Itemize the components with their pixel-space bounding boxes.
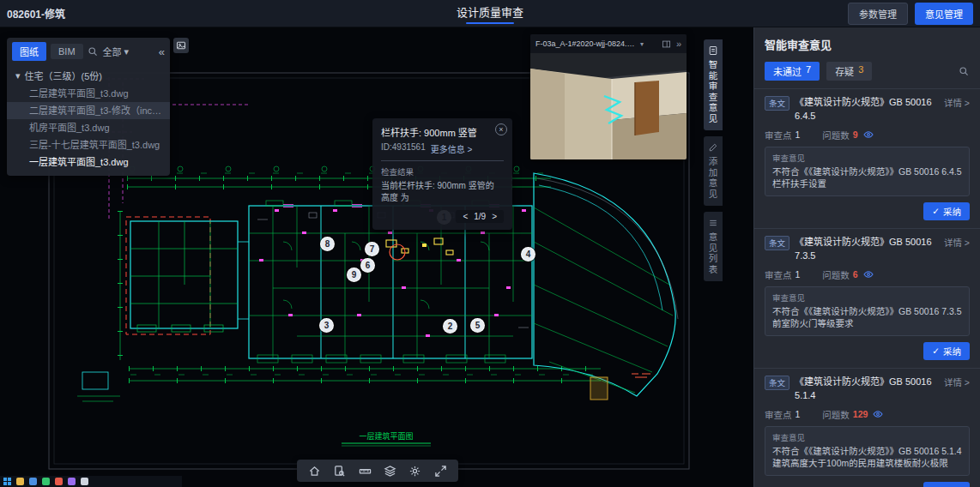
taskbar-app-icon[interactable] <box>16 478 24 485</box>
tooltip-element-id: ID:4931561 <box>381 142 426 155</box>
issue-count-label: 问题数 <box>822 129 850 141</box>
tab-add-opinion[interactable]: 添加意见 <box>704 136 723 206</box>
close-icon[interactable]: × <box>495 123 507 135</box>
tree-expand-icon: ▾ <box>15 70 21 81</box>
file-item[interactable]: 二层建筑平面图_t3.dwg <box>7 85 170 102</box>
accept-button[interactable]: ✓ 采纳 <box>923 202 970 220</box>
project-title: 082601-修筑 <box>7 6 65 21</box>
bim-viewer-header: F-03a_A-1#2020-wjj-0824.gfc ▾ » <box>530 34 687 53</box>
bim-3d-viewer: F-03a_A-1#2020-wjj-0824.gfc ▾ » <box>530 34 687 159</box>
page-title: 设计质量审查 <box>457 3 523 20</box>
review-item: 条文 《建筑设计防火规范》GB 50016 5.1.4 详情 > 审查点 1 问… <box>754 368 980 487</box>
chevron-down-icon[interactable]: ▾ <box>640 40 644 48</box>
taskbar-app-icon[interactable] <box>68 478 76 485</box>
tab-design-quality-review[interactable]: 设计质量审查 <box>457 0 523 27</box>
file-group-header[interactable]: ▾ 住宅（三级）(5份) <box>7 65 170 85</box>
check-icon: ✓ <box>932 346 940 356</box>
filter-count: 3 <box>858 64 863 78</box>
issue-marker[interactable]: 2 <box>443 319 457 334</box>
clause-tag: 条文 <box>765 376 789 390</box>
more-info-link[interactable]: 更多信息 > <box>431 142 473 155</box>
windows-start-button[interactable] <box>3 478 11 485</box>
tab-drawings[interactable]: 图纸 <box>12 42 46 61</box>
document-check-icon <box>708 45 718 56</box>
bim-model-selector[interactable]: F-03a_A-1#2020-wjj-0824.gfc <box>535 39 637 48</box>
list-icon <box>708 218 718 228</box>
opinion-management-button[interactable]: 意见管理 <box>915 3 973 25</box>
search-icon <box>88 46 99 57</box>
issue-marker[interactable]: 7 <box>365 242 379 256</box>
inspection-tooltip: × 栏杆扶手: 900mm 竖管 ID:4931561 更多信息 > 检查结果 … <box>372 118 512 230</box>
pager-next-button[interactable]: > <box>492 212 497 221</box>
top-bar: 082601-修筑 设计质量审查 参数管理 意见管理 <box>0 0 980 27</box>
detail-link[interactable]: 详情 > <box>944 236 970 249</box>
tab-bim[interactable]: BIM <box>51 44 83 59</box>
review-panel-title: 智能审查意见 <box>754 27 980 57</box>
issue-marker[interactable]: 4 <box>521 247 535 262</box>
file-item[interactable]: 三层-十七层建筑平面图_t3.dwg <box>7 136 170 153</box>
filter-doubtful[interactable]: 存疑 3 <box>826 62 872 81</box>
home-view-button[interactable] <box>308 464 322 478</box>
accept-button[interactable]: ✓ 采纳 <box>923 342 970 360</box>
review-filters: 未通过 7 存疑 3 <box>754 57 980 88</box>
accept-label: 采纳 <box>943 484 961 487</box>
file-search-button[interactable] <box>88 46 99 57</box>
review-search-button[interactable] <box>959 66 970 77</box>
tab-opinion-list[interactable]: 意见列表 <box>704 212 723 281</box>
tab-smart-review-opinions[interactable]: 智能审查意见 <box>704 39 723 130</box>
detail-link[interactable]: 详情 > <box>944 96 970 109</box>
issue-count-label: 问题数 <box>822 408 850 421</box>
review-point-value: 1 <box>795 129 801 140</box>
drawing-search-button[interactable] <box>333 464 347 478</box>
opinion-text: 不符合《《建筑设计防火规范》》GB 50016 7.3.5前室防火门等级要求 <box>772 305 962 330</box>
regulation-title: 《建筑设计防火规范》GB 50016 5.1.4 <box>795 376 937 403</box>
regulation-title: 《建筑设计防火规范》GB 50016 7.3.5 <box>795 236 937 263</box>
issue-count-label: 问题数 <box>822 268 850 281</box>
file-filter-dropdown[interactable]: 全部 ▾ <box>103 45 130 58</box>
tab-label: 智能审查意见 <box>707 60 720 124</box>
filter-count: 7 <box>806 64 811 78</box>
taskbar-app-icon[interactable] <box>55 478 63 485</box>
layers-icon <box>384 465 396 478</box>
settings-button[interactable] <box>408 464 422 478</box>
file-filter-value: 全部 <box>103 45 122 58</box>
right-dock-tabs: 智能审查意见 添加意见 意见列表 <box>704 39 723 281</box>
filter-label: 存疑 <box>835 64 854 78</box>
os-taskbar <box>0 476 182 487</box>
accept-label: 采纳 <box>943 345 961 358</box>
smart-review-panel: 智能审查意见 未通过 7 存疑 3 条文 《建筑设计防火规范》GB 50016 … <box>753 27 980 487</box>
check-result-text: 当前栏杆扶手: 900mm 竖管的 高度 为 <box>381 180 504 204</box>
file-item[interactable]: 二层建筑平面图_t3-修改（increase墙门、窗... <box>7 102 170 119</box>
issue-marker[interactable]: 6 <box>360 258 375 273</box>
issue-marker[interactable]: 5 <box>470 318 485 333</box>
viewer-expand-button[interactable]: » <box>676 39 681 49</box>
file-item-selected[interactable]: 一层建筑平面图_t3.dwg <box>7 153 170 171</box>
taskbar-app-icon[interactable] <box>29 478 37 485</box>
issue-marker[interactable]: 8 <box>320 237 335 251</box>
eye-icon[interactable] <box>863 129 874 140</box>
pencil-icon <box>708 142 718 153</box>
eye-icon[interactable] <box>873 409 883 419</box>
file-item[interactable]: 机房平面图_t3.dwg <box>7 119 170 136</box>
taskbar-app-icon[interactable] <box>42 478 50 485</box>
split-view-button[interactable] <box>662 39 671 49</box>
thumbnail-toggle-button[interactable] <box>173 38 189 53</box>
panel-collapse-button[interactable]: « <box>159 45 165 58</box>
layers-button[interactable] <box>384 464 397 478</box>
accept-button[interactable]: ✓ 采纳 <box>923 482 970 487</box>
eye-icon[interactable] <box>863 269 874 280</box>
detail-link[interactable]: 详情 > <box>944 376 970 388</box>
taskbar-app-icon[interactable] <box>81 478 88 485</box>
issue-count-value: 129 <box>853 409 868 419</box>
issue-marker[interactable]: 9 <box>347 268 361 282</box>
fullscreen-button[interactable] <box>433 464 447 478</box>
bim-3d-view[interactable] <box>530 53 687 159</box>
pager-prev-button[interactable]: < <box>463 212 468 221</box>
measure-button[interactable] <box>358 464 372 478</box>
issue-marker[interactable]: 3 <box>319 318 334 333</box>
filter-failed[interactable]: 未通过 7 <box>765 62 820 81</box>
param-management-button[interactable]: 参数管理 <box>848 3 908 25</box>
active-tab-indicator <box>466 22 514 24</box>
opinion-box: 审查意见 不符合《《建筑设计防火规范》》GB 50016 7.3.5前室防火门等… <box>765 286 970 336</box>
clause-tag: 条文 <box>765 236 789 250</box>
